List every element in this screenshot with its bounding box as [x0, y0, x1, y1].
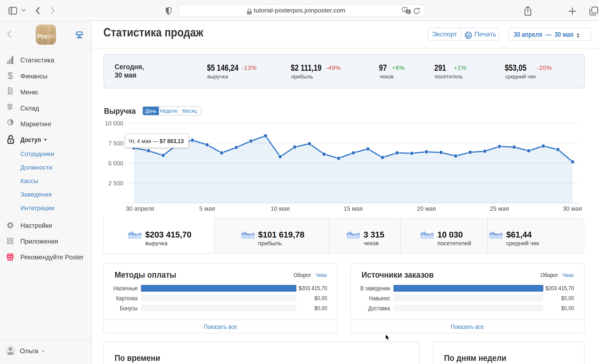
svg-text:5 мая: 5 мая: [199, 205, 215, 212]
svg-text:25 мая: 25 мая: [490, 205, 509, 212]
svg-text:7 500: 7 500: [108, 140, 123, 147]
svg-text:10 000: 10 000: [105, 120, 123, 127]
svg-text:30 апреля: 30 апреля: [126, 205, 154, 212]
svg-text:30 мая: 30 мая: [563, 205, 582, 212]
svg-text:2 500: 2 500: [108, 180, 123, 186]
svg-text:5 000: 5 000: [108, 160, 123, 167]
svg-text:15 мая: 15 мая: [344, 205, 363, 212]
svg-text:20 мая: 20 мая: [417, 205, 436, 212]
svg-text:10 мая: 10 мая: [271, 205, 290, 212]
